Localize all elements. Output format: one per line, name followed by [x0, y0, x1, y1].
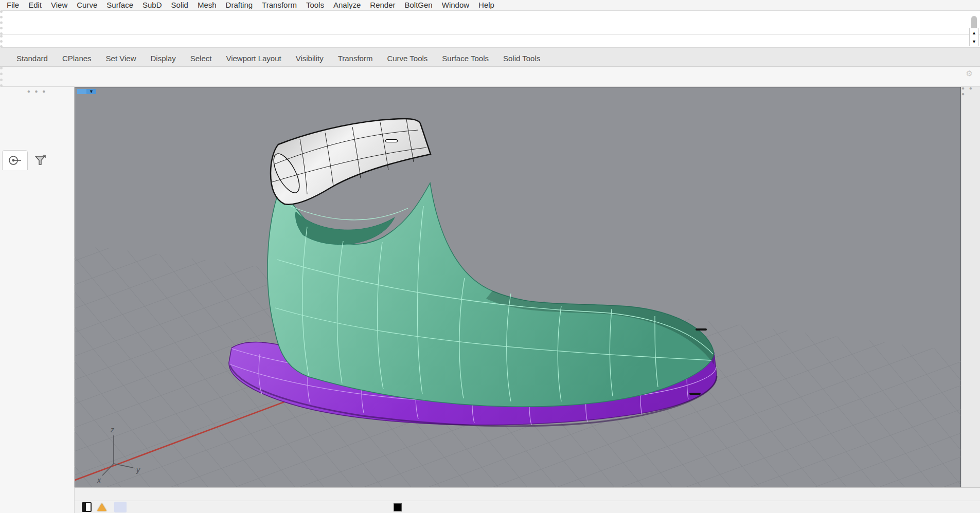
toolbar-tab[interactable]: Curve Tools: [380, 50, 435, 66]
selection-filter-tab[interactable]: [28, 151, 52, 170]
subd-upper-tag: [696, 328, 707, 331]
viewport-layout-icon[interactable]: [82, 502, 92, 512]
osnap-tab[interactable]: [2, 150, 28, 170]
gear-icon[interactable]: ⚙: [966, 69, 973, 78]
toolbar-tab[interactable]: Visibility: [289, 50, 331, 66]
subd-sole-tag: [689, 393, 701, 395]
menu-item[interactable]: Surface: [102, 0, 138, 10]
menu-item[interactable]: View: [46, 0, 72, 10]
osnap-circle-icon: [8, 154, 22, 167]
menu-item[interactable]: SubD: [138, 0, 167, 10]
command-prompt[interactable]: ▲▼: [0, 35, 980, 48]
toolbar-tab[interactable]: Transform: [331, 50, 380, 66]
menu-item[interactable]: Window: [437, 0, 474, 10]
chevron-down-icon[interactable]: ▼: [86, 89, 96, 94]
toolbar-tab[interactable]: Standard: [9, 50, 55, 66]
menu-item[interactable]: BoltGen: [400, 0, 437, 10]
subd-tools-toolbar: [0, 67, 980, 87]
menu-item[interactable]: Transform: [257, 0, 301, 10]
notification-warning-icon[interactable]: [97, 503, 106, 511]
y-axis-label: y: [136, 466, 140, 474]
viewport-canvas[interactable]: z x y: [75, 87, 961, 487]
layer-color-swatch: [394, 503, 402, 511]
menu-item[interactable]: Solid: [167, 0, 193, 10]
perspective-viewport[interactable]: z x y: [75, 87, 961, 487]
menu-item[interactable]: Drafting: [221, 0, 258, 10]
nurbs-strap-surface[interactable]: [269, 119, 431, 205]
status-bar: [75, 501, 980, 513]
cplane-button[interactable]: [114, 502, 127, 512]
menu-item[interactable]: Tools: [301, 0, 329, 10]
nurbs-surface-tag: [386, 140, 397, 142]
menu-bar: FileEditViewCurveSurfaceSubDSolidMeshDra…: [0, 0, 980, 10]
osnap-panel: [0, 146, 74, 174]
menu-item[interactable]: Help: [474, 0, 499, 10]
menu-item[interactable]: Curve: [72, 0, 102, 10]
menu-item[interactable]: Edit: [24, 0, 46, 10]
left-tool-sidebar: ● ● ●: [0, 87, 75, 513]
panel-grip[interactable]: ● ● ●: [961, 87, 980, 95]
viewport-tab-bar: [75, 487, 980, 501]
toolbar-tab[interactable]: Set View: [99, 50, 144, 66]
menu-item[interactable]: Mesh: [193, 0, 221, 10]
sidebar-grip[interactable]: ● ● ●: [0, 87, 74, 95]
toolbar-tab-bar: StandardCPlanesSet ViewDisplaySelectView…: [0, 48, 980, 67]
toolbar-tab[interactable]: Viewport Layout: [219, 50, 288, 66]
toolbar-tab[interactable]: Select: [183, 50, 219, 66]
toolbar-tab[interactable]: Display: [144, 50, 183, 66]
right-panel-strip: ● ● ●: [961, 87, 980, 487]
viewport-title[interactable]: [77, 89, 86, 94]
toolbar-tab[interactable]: CPlanes: [55, 50, 99, 66]
x-axis-label: x: [97, 476, 101, 484]
menu-item[interactable]: File: [2, 0, 24, 10]
command-history-spinner[interactable]: ▲▼: [969, 28, 979, 46]
filter-funnel-icon: [33, 154, 47, 167]
sidebar-tool-grid: [0, 95, 74, 97]
subd-upper-surface[interactable]: [268, 183, 714, 407]
z-axis-label: z: [110, 426, 114, 434]
viewport-title-dropdown[interactable]: ▼: [77, 89, 96, 94]
menu-item[interactable]: Analyze: [329, 0, 365, 10]
command-history: [0, 10, 980, 35]
menu-item[interactable]: Render: [365, 0, 400, 10]
toolbar-tab[interactable]: Surface Tools: [435, 50, 496, 66]
toolbar-tab[interactable]: Solid Tools: [496, 50, 547, 66]
